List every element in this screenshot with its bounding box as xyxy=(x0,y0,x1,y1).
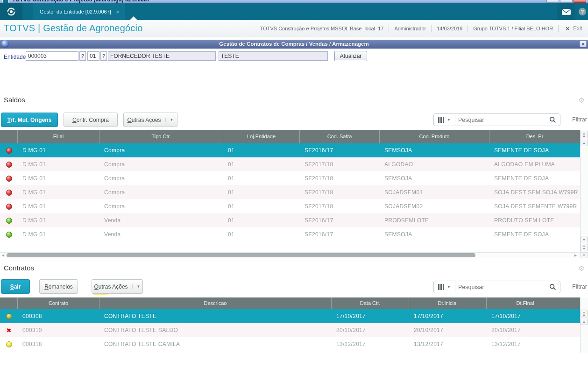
saldos-cell: D MG 01 xyxy=(18,217,99,224)
saldos-cell: SF2016/17 xyxy=(300,217,380,224)
contratos-cell: 20/10/2017 xyxy=(487,327,564,333)
entity-store-lookup-button[interactable]: ? xyxy=(100,51,107,61)
contratos-column-header[interactable] xyxy=(0,297,18,309)
help-icon[interactable]: ? xyxy=(579,8,586,15)
exit-button[interactable]: ✕ Exit xyxy=(559,25,586,32)
status-olive-icon xyxy=(6,313,12,319)
search-icon[interactable] xyxy=(549,283,556,290)
contratos-search-input[interactable] xyxy=(455,284,549,290)
saldos-cell: SF2016/17 xyxy=(300,231,380,238)
saldos-cell: SF2017/18 xyxy=(300,203,380,210)
contratos-scroll-first-button[interactable]: ▲▲ xyxy=(581,310,588,317)
saldos-gear-icon[interactable]: ⚙ xyxy=(579,97,585,104)
columns-icon xyxy=(443,284,444,290)
tab-close-icon[interactable]: × xyxy=(116,9,120,15)
saldos-table-row[interactable]: D MG 01Compra01SF2016/17SEMSOJASEMENTE D… xyxy=(0,143,580,157)
saldos-table-row[interactable]: D MG 01Compra01SF2017/18ALGODAOALGODAO E… xyxy=(0,157,580,171)
contratos-column-header[interactable] xyxy=(564,297,580,309)
minimize-button[interactable] xyxy=(546,0,559,3)
saldos-search-input[interactable] xyxy=(455,117,549,123)
saldos-scroll-left-arrow[interactable]: ◀ xyxy=(0,253,6,258)
entity-store-field[interactable] xyxy=(87,51,99,61)
contratos-action-sair[interactable]: Sair xyxy=(1,279,30,294)
contratos-action-romaneios[interactable]: Romaneios xyxy=(39,279,78,294)
window-close-button[interactable] xyxy=(574,0,586,3)
saldos-cell: Compra xyxy=(99,175,223,182)
exit-x-icon: ✕ xyxy=(565,25,570,32)
saldos-action-outras-a-es[interactable]: Outras Ações▼ xyxy=(123,113,177,127)
contratos-table-row[interactable]: 000318CONTRATO TESTE CAMILA13/12/201713/… xyxy=(0,337,580,351)
entity-code-lookup-button[interactable]: ? xyxy=(79,51,86,61)
contratos-column-header[interactable]: Contrato xyxy=(18,297,99,309)
saldos-cell: SOJA DEST SEM SOJA W799R xyxy=(489,189,580,196)
chevron-down-icon[interactable]: ▼ xyxy=(132,284,141,289)
tab-gestor-da-entidade[interactable]: Gestor da Entidade [02.9.0067] × xyxy=(34,3,125,20)
saldos-column-header[interactable]: Tipo Ctr. xyxy=(99,130,223,143)
saldos-scroll-right-arrow[interactable]: ▶ xyxy=(573,253,579,258)
contratos-action-outras-a-es[interactable]: Outras Ações▼ xyxy=(92,279,143,294)
saldos-column-picker[interactable]: ▼ xyxy=(434,114,455,126)
saldos-cell: D MG 01 xyxy=(18,189,99,196)
saldos-column-header[interactable]: Des. Pr xyxy=(489,130,580,143)
contratos-filter-link[interactable]: Filtrar xyxy=(572,283,587,290)
mail-icon[interactable] xyxy=(557,3,575,20)
chevron-down-icon: ▼ xyxy=(447,118,451,122)
saldos-cell: D MG 01 xyxy=(18,161,99,168)
contratos-vscrollbar[interactable] xyxy=(580,297,588,353)
maximize-button[interactable] xyxy=(560,0,573,3)
contratos-gear-icon[interactable]: ⚙ xyxy=(579,265,585,272)
entity-name-field[interactable] xyxy=(108,51,216,61)
columns-icon xyxy=(440,117,442,123)
help-glyph: ? xyxy=(581,9,584,14)
contratos-table-row[interactable]: 000308CONTRATO TESTE17/10/201717/10/2017… xyxy=(0,309,580,323)
saldos-filter-link[interactable]: Filtrar xyxy=(572,116,587,123)
status-red-icon xyxy=(6,204,12,210)
status-cell xyxy=(0,204,18,210)
saldos-scroll-up-button[interactable]: ▲ xyxy=(581,139,588,146)
contratos-column-header[interactable]: Dt.Inicial xyxy=(409,297,487,309)
status-cell xyxy=(0,218,18,224)
chevron-down-icon[interactable]: ▼ xyxy=(165,118,174,122)
dialog-close-button[interactable]: × xyxy=(580,41,587,47)
saldos-table-row[interactable]: D MG 01Venda01SF2016/17SEMSOJASEMENTE DE… xyxy=(0,227,580,241)
saldos-hscroll-thumb[interactable] xyxy=(7,253,475,257)
saldos-action-trf-mul-origens[interactable]: Trf. Mul. Origens xyxy=(1,113,58,127)
contratos-cell: 20/10/2017 xyxy=(332,327,409,333)
saldos-cell: Compra xyxy=(99,189,223,196)
saldos-table-row[interactable]: D MG 01Compra01SF2017/18SEMSOJASEMENTE D… xyxy=(0,171,580,185)
saldos-column-header[interactable]: Cod. Safra xyxy=(300,130,380,143)
saldos-table-row[interactable]: D MG 01Venda01SF2016/17PRODSEMLOTEPRODUT… xyxy=(0,213,580,227)
contratos-column-header[interactable]: Dt.Final xyxy=(487,297,564,309)
entity-short-name-field[interactable] xyxy=(219,51,328,61)
entity-code-field[interactable] xyxy=(26,51,78,61)
scrollbar-corner[interactable]: ▼ xyxy=(580,252,588,258)
user-name: Administrador xyxy=(389,26,431,31)
status-x-icon: ✖ xyxy=(6,327,11,334)
contratos-table-row[interactable]: ✖000310CONTRATO TESTE SALDO20/10/201720/… xyxy=(0,323,580,337)
saldos-cell: D MG 01 xyxy=(18,203,99,210)
saldos-vscrollbar[interactable] xyxy=(580,130,588,252)
saldos-scroll-last-button[interactable]: ▼▼ xyxy=(581,244,588,251)
saldos-column-header[interactable]: Cod. Produto xyxy=(380,130,489,143)
saldos-column-header[interactable]: Filial xyxy=(18,130,99,143)
search-icon[interactable] xyxy=(549,116,556,123)
saldos-column-header[interactable] xyxy=(0,130,18,143)
saldos-table-row[interactable]: D MG 01Compra01SF2017/18SOJADSEM02SOJA D… xyxy=(0,199,580,213)
contratos-cell: CONTRATO TESTE xyxy=(99,313,332,319)
saldos-scroll-down-button[interactable]: ▼ xyxy=(581,236,588,243)
saldos-cell: Venda xyxy=(99,217,223,224)
saldos-cell: SOJA DEST SEMENTE W799R xyxy=(489,203,580,210)
contratos-scroll-up-button[interactable]: ▲ xyxy=(581,318,588,325)
saldos-table-row[interactable]: D MG 01Compra01SF2017/18SOJADSEM01SOJA D… xyxy=(0,185,580,199)
contratos-column-picker[interactable]: ▼ xyxy=(434,281,455,293)
environment-name: TOTVS Construção e Projetos MSSQL Base_l… xyxy=(255,26,389,31)
saldos-column-header[interactable]: Loj.Entidade xyxy=(223,130,300,143)
saldos-scroll-first-button[interactable]: ▲▲ xyxy=(581,131,588,138)
refresh-button[interactable]: Atualizar xyxy=(334,51,367,61)
saldos-cell: SOJADSEM01 xyxy=(380,189,489,196)
contratos-column-header[interactable]: Data Ctr. xyxy=(332,297,409,309)
totvs-logo-icon[interactable] xyxy=(0,3,22,20)
saldos-cell: Venda xyxy=(99,231,223,238)
contratos-column-header[interactable]: Descricao xyxy=(99,297,332,309)
saldos-action-contr-compra[interactable]: Contr. Compra xyxy=(64,113,118,127)
